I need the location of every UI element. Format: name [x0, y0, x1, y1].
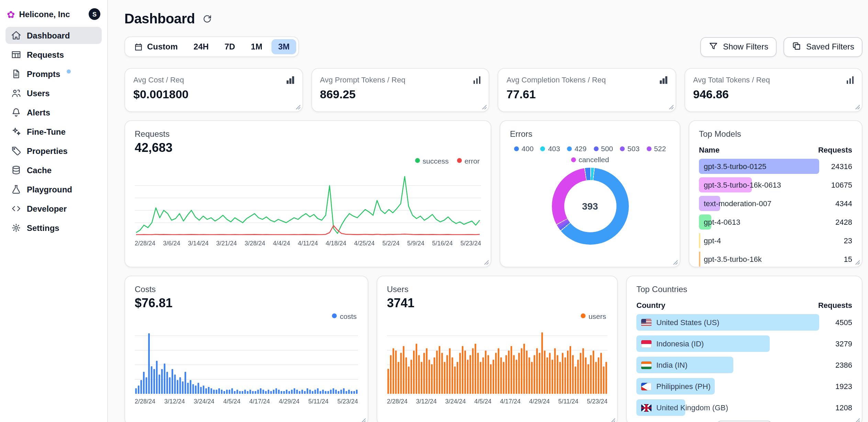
time-range-7d[interactable]: 7D — [218, 39, 242, 54]
sidebar-item-label: Properties — [27, 146, 68, 156]
time-range-label: 7D — [224, 42, 235, 52]
time-range-3m[interactable]: 3M — [271, 39, 296, 54]
model-request-count: 15 — [825, 255, 852, 263]
user-avatar[interactable]: S — [89, 8, 100, 20]
refresh-icon — [202, 14, 212, 24]
time-range-custom[interactable]: Custom — [127, 39, 185, 54]
app-window: ✿ Helicone, Inc S DashboardRequestsPromp… — [0, 0, 868, 422]
errors-legend: 400403429500503522cancelled — [513, 144, 667, 164]
column-header-requests: Requests — [818, 146, 852, 154]
sidebar-item-alerts[interactable]: Alerts — [5, 104, 102, 121]
requests-panel: Requests 42,683 successerror 2/28/243/6/… — [124, 120, 491, 267]
metric-value: 946.86 — [693, 88, 854, 102]
resize-handle-icon[interactable] — [855, 104, 860, 109]
resize-handle-icon[interactable] — [668, 104, 673, 109]
resize-handle-icon[interactable] — [673, 260, 678, 265]
errors-donut-chart: 393 — [552, 168, 628, 245]
sidebar-item-developer[interactable]: Developer — [5, 200, 102, 217]
tag-icon — [11, 146, 21, 156]
refresh-button[interactable] — [202, 14, 212, 24]
legend-dot-icon — [332, 313, 337, 318]
panel-title: Costs — [135, 285, 358, 294]
legend-dot-icon — [620, 146, 625, 151]
legend-item-users: users — [581, 312, 606, 320]
resize-handle-icon[interactable] — [610, 418, 615, 422]
sidebar-item-label: Playground — [27, 185, 72, 194]
country-request-count: 2386 — [825, 361, 852, 369]
code-icon — [11, 203, 21, 214]
sidebar-item-label: Dashboard — [27, 31, 70, 40]
sidebar-item-users[interactable]: Users — [5, 85, 102, 102]
country-name: India (IN) — [636, 357, 819, 373]
top-countries-table: United States (US)4505Indonesia (ID)3279… — [636, 314, 852, 416]
bell-icon — [11, 107, 21, 118]
show-filters-button[interactable]: Show Filters — [700, 37, 777, 57]
sidebar-item-label: Prompts — [27, 69, 60, 79]
sidebar-item-playground[interactable]: Playground — [5, 181, 102, 198]
resize-handle-icon[interactable] — [484, 260, 489, 265]
legend-dot-icon — [567, 146, 572, 151]
costs-panel: Costs $76.81 costs 2/28/243/12/243/24/24… — [124, 276, 368, 422]
sidebar-item-settings[interactable]: Settings — [5, 219, 102, 236]
country-row: United States (US)4505 — [636, 314, 852, 331]
axis-tick-label: 4/17/24 — [500, 398, 521, 405]
bar-chart-icon — [846, 76, 854, 84]
helicone-logo-icon: ✿ — [7, 9, 15, 19]
bar-chart-icon — [473, 76, 480, 84]
legend-item-522: 522 — [646, 144, 666, 153]
axis-tick-label: 5/23/24 — [587, 398, 608, 405]
costs-legend: costs — [135, 311, 357, 321]
gear-icon — [11, 223, 21, 233]
resize-handle-icon[interactable] — [295, 104, 300, 109]
resize-handle-icon[interactable] — [361, 418, 366, 422]
requests-legend: successerror — [135, 155, 480, 166]
axis-tick-label: 2/28/24 — [387, 398, 408, 405]
model-request-count: 2428 — [825, 218, 852, 226]
time-range-label: 24H — [193, 42, 209, 52]
saved-filters-button[interactable]: Saved Filters — [783, 37, 863, 57]
time-range-1m[interactable]: 1M — [244, 39, 269, 54]
flag-id-icon — [641, 340, 652, 347]
sidebar-item-cache[interactable]: Cache — [5, 162, 102, 179]
org-name: Helicone, Inc — [19, 9, 70, 19]
metric-card-avg-prompt-tokens-req: Avg Prompt Tokens / Req869.25 — [311, 68, 489, 112]
axis-tick-label: 2/28/24 — [135, 240, 155, 247]
axis-tick-label: 5/11/24 — [558, 398, 579, 405]
bar-chart-icon — [660, 76, 667, 84]
notification-dot-icon — [66, 69, 70, 74]
sidebar-item-properties[interactable]: Properties — [5, 142, 102, 159]
country-request-count: 1923 — [825, 382, 852, 390]
model-name: gpt-3.5-turbo-0125 — [699, 162, 766, 170]
axis-tick-label: 4/25/24 — [354, 240, 375, 247]
resize-handle-icon[interactable] — [482, 104, 487, 109]
document-icon — [11, 69, 21, 79]
sidebar-item-dashboard[interactable]: Dashboard — [5, 27, 102, 44]
axis-tick-label: 5/23/24 — [460, 240, 481, 247]
org-switcher[interactable]: ✿ Helicone, Inc S — [5, 5, 102, 27]
legend-item-500: 500 — [593, 144, 613, 153]
axis-tick-label: 3/12/24 — [416, 398, 437, 405]
requests-line-chart — [135, 168, 481, 237]
resize-handle-icon[interactable] — [855, 418, 860, 422]
page-title: Dashboard — [124, 11, 195, 27]
panel-title: Users — [387, 285, 608, 294]
axis-tick-label: 5/11/24 — [308, 398, 329, 405]
legend-dot-icon — [415, 158, 420, 163]
sidebar-item-prompts[interactable]: Prompts — [5, 65, 102, 82]
country-row: Philippines (PH)1923 — [636, 378, 852, 395]
country-name: United States (US) — [636, 314, 819, 331]
sidebar-item-label: Users — [27, 88, 50, 98]
show-all-button[interactable]: Show All — [717, 421, 772, 422]
resize-handle-icon[interactable] — [855, 260, 860, 265]
legend-item-cancelled: cancelled — [571, 155, 609, 164]
sidebar-item-requests[interactable]: Requests — [5, 46, 102, 63]
column-header-requests: Requests — [818, 301, 852, 309]
legend-item-costs: costs — [332, 312, 357, 320]
time-range-24h[interactable]: 24H — [187, 39, 215, 54]
country-name: Indonesia (ID) — [636, 335, 819, 352]
model-request-count: 4344 — [825, 199, 852, 208]
legend-dot-icon — [541, 146, 545, 151]
axis-tick-label: 4/17/24 — [249, 398, 270, 405]
top-countries-panel: Top Countries Country Requests United St… — [626, 276, 863, 422]
sidebar-item-fine-tune[interactable]: Fine-Tune — [5, 123, 102, 140]
